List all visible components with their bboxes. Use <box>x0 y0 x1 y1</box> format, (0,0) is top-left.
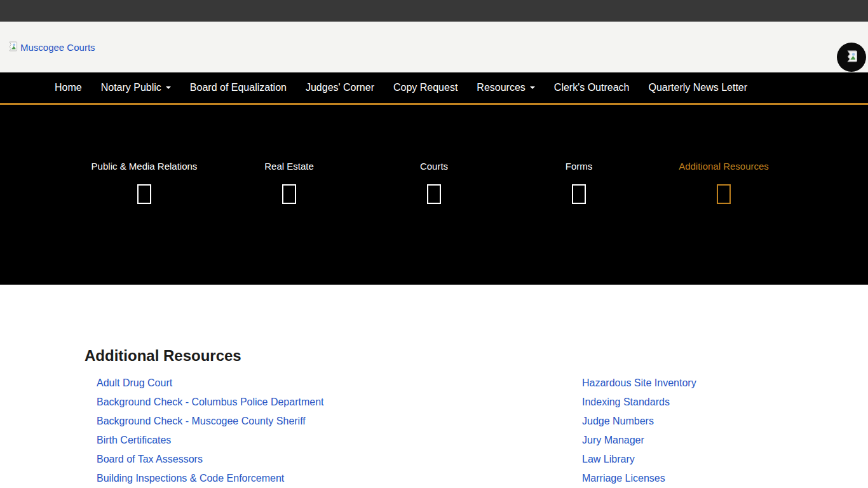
resource-link-board-of-tax-assessors[interactable]: Board of Tax Assessors <box>97 454 203 464</box>
page-title: Additional Resources <box>85 348 787 363</box>
nav-item-label: Home <box>55 82 82 93</box>
nav-item-label: Clerk's Outreach <box>554 82 630 93</box>
resource-link-birth-certificates[interactable]: Birth Certificates <box>97 435 171 445</box>
hero-tile-label: Forms <box>566 161 593 172</box>
resource-links-right-column: Hazardous Site Inventory Indexing Standa… <box>567 374 696 488</box>
hero-tile-label: Additional Resources <box>679 161 769 172</box>
nav-item-label: Resources <box>477 82 525 93</box>
list-item: Board of Tax Assessors <box>97 450 567 469</box>
hero-band: Public & Media Relations Real Estate Cou… <box>0 105 868 285</box>
hero-tile-label: Real Estate <box>264 161 314 172</box>
list-item: Background Check - Muscogee County Sheri… <box>97 412 567 431</box>
resource-link-law-library[interactable]: Law Library <box>582 454 635 464</box>
resource-link-building-inspections-code-enforcement[interactable]: Building Inspections & Code Enforcement <box>97 473 284 484</box>
resource-link-jury-manager[interactable]: Jury Manager <box>582 435 644 445</box>
site-logo-link[interactable]: Muscogee Courts <box>8 41 95 53</box>
nav-item-resources[interactable]: Resources <box>467 72 544 103</box>
hero-tile-forms[interactable]: Forms <box>506 161 651 204</box>
missing-glyph-icon <box>572 184 586 204</box>
list-item: Hazardous Site Inventory <box>582 374 696 393</box>
nav-item-quarterly-news-letter[interactable]: Quarterly News Letter <box>639 72 757 103</box>
nav-item-label: Board of Equalization <box>190 82 287 93</box>
main-content: Additional Resources Adult Drug Court Ba… <box>0 285 868 488</box>
nav-item-label: Judges' Corner <box>306 82 374 93</box>
hero-tile-real-estate[interactable]: Real Estate <box>217 161 362 204</box>
resource-link-background-check-muscogee-sheriff[interactable]: Background Check - Muscogee County Sheri… <box>97 416 306 426</box>
nav-item-label: Notary Public <box>101 82 161 93</box>
nav-item-clerks-outreach[interactable]: Clerk's Outreach <box>545 72 639 103</box>
list-item: Jury Manager <box>582 431 696 450</box>
nav-item-label: Quarterly News Letter <box>648 82 747 93</box>
hero-tile-public-media-relations[interactable]: Public & Media Relations <box>72 161 217 204</box>
hero-tile-additional-resources[interactable]: Additional Resources <box>651 161 796 204</box>
missing-glyph-icon <box>282 184 296 204</box>
resource-link-marriage-licenses[interactable]: Marriage Licenses <box>582 473 665 484</box>
caret-down-icon <box>530 86 535 89</box>
nav-item-board-of-equalization[interactable]: Board of Equalization <box>180 72 296 103</box>
list-item: Birth Certificates <box>97 431 567 450</box>
site-logo-text: Muscogee Courts <box>20 42 95 53</box>
list-item: Background Check - Columbus Police Depar… <box>97 393 567 412</box>
floating-widget-button[interactable] <box>837 43 866 72</box>
list-item: Marriage Licenses <box>582 469 696 488</box>
nav-item-judges-corner[interactable]: Judges' Corner <box>296 72 384 103</box>
list-item: Adult Drug Court <box>97 374 567 393</box>
resource-links-left-column: Adult Drug Court Background Check - Colu… <box>81 374 567 488</box>
hero-tile-label: Public & Media Relations <box>92 161 198 172</box>
list-item: Indexing Standards <box>582 393 696 412</box>
nav-item-notary-public[interactable]: Notary Public <box>92 72 180 103</box>
nav-item-copy-request[interactable]: Copy Request <box>384 72 467 103</box>
main-nav: Home Notary Public Board of Equalization… <box>0 72 868 105</box>
missing-glyph-icon <box>137 184 151 204</box>
resource-link-hazardous-site-inventory[interactable]: Hazardous Site Inventory <box>582 377 696 388</box>
hero-tile-label: Courts <box>420 161 448 172</box>
resource-link-indexing-standards[interactable]: Indexing Standards <box>582 396 670 407</box>
top-utility-bar <box>0 0 868 22</box>
missing-glyph-icon <box>427 184 441 204</box>
hero-tile-courts[interactable]: Courts <box>362 161 506 204</box>
resource-link-background-check-columbus-police[interactable]: Background Check - Columbus Police Depar… <box>97 396 324 407</box>
nav-item-label: Copy Request <box>393 82 458 93</box>
broken-image-icon <box>8 41 18 53</box>
resource-link-judge-numbers[interactable]: Judge Numbers <box>582 416 654 426</box>
resource-link-adult-drug-court[interactable]: Adult Drug Court <box>97 377 172 388</box>
broken-image-icon <box>846 50 858 65</box>
missing-glyph-icon <box>717 184 731 204</box>
nav-item-home[interactable]: Home <box>45 72 92 103</box>
list-item: Law Library <box>582 450 696 469</box>
list-item: Judge Numbers <box>582 412 696 431</box>
site-header: Muscogee Courts <box>0 22 868 72</box>
list-item: Building Inspections & Code Enforcement <box>97 469 567 488</box>
caret-down-icon <box>166 86 171 89</box>
